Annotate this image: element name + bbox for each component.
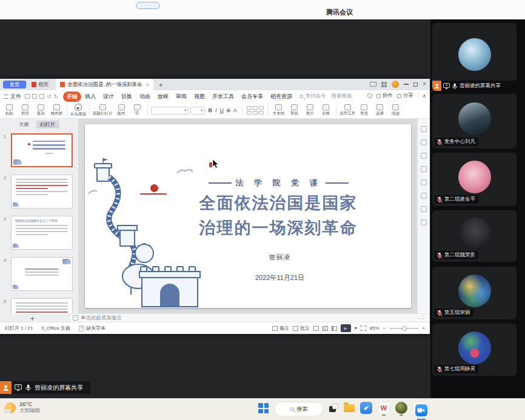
underline-button[interactable]: U	[220, 107, 224, 113]
command-search[interactable]: 查找命令、搜索模板	[299, 93, 352, 100]
zoom-slider-knob[interactable]	[402, 326, 407, 331]
new-slide-button[interactable]: 新建幻灯片	[93, 104, 113, 116]
collapse-ribbon-icon[interactable]: ∧	[423, 93, 426, 99]
menu-transition[interactable]: 切换	[118, 92, 136, 102]
cut-button[interactable]: 剪切	[18, 104, 32, 116]
participant-tile[interactable]: 第七组周静灵	[432, 324, 517, 376]
font-warning[interactable]: T 缺失字体	[79, 325, 105, 332]
shape-button[interactable]: 形状	[287, 104, 301, 116]
apps-grid-icon[interactable]	[381, 82, 387, 87]
picture-button[interactable]: 图片	[303, 104, 317, 116]
presentation-tools-button[interactable]: 演示工具	[339, 104, 355, 116]
textbox-button[interactable]: 文本框	[272, 104, 286, 116]
wps-office-button[interactable]: W	[378, 401, 390, 416]
zoom-slider[interactable]	[389, 328, 418, 329]
wps-docer-tab[interactable]: 稻壳	[32, 81, 48, 88]
bold-button[interactable]: B	[209, 107, 213, 113]
participant-tile[interactable]: 曾丽凌的屏幕共享	[432, 23, 517, 91]
green-app-button[interactable]	[395, 401, 407, 416]
slide-sorter-view-icon[interactable]	[323, 326, 328, 331]
more-options-icon[interactable]: ···	[418, 315, 425, 321]
layout-button[interactable]: 版式	[115, 104, 129, 116]
section-button[interactable]: 节	[130, 104, 144, 116]
account-avatar[interactable]	[392, 81, 399, 88]
menu-insert[interactable]: 插入	[81, 92, 99, 102]
animation-pane-icon[interactable]	[421, 139, 427, 145]
menu-animation[interactable]: 动画	[136, 92, 154, 102]
taskbar-search[interactable]: 搜索	[274, 401, 324, 418]
properties-icon[interactable]	[421, 126, 427, 132]
zoom-percentage[interactable]: 85%	[370, 325, 380, 331]
font-color-button[interactable]: A	[233, 107, 237, 113]
media-pane-icon[interactable]	[421, 179, 427, 185]
design-pane-icon[interactable]	[421, 153, 427, 159]
copy-button[interactable]: 复制	[34, 104, 48, 116]
save-icon[interactable]	[25, 94, 30, 99]
collab-button[interactable]: 协作	[376, 92, 393, 99]
play-slideshow-button[interactable]: ▶	[341, 324, 351, 332]
find-button[interactable]: 查找	[357, 104, 371, 116]
menu-slideshow[interactable]: 放映	[154, 92, 172, 102]
menu-devtools[interactable]: 开发工具	[209, 92, 238, 102]
theme-name[interactable]: 3_Office 主题	[41, 325, 70, 332]
meeting-toolbar-pill[interactable]	[136, 2, 160, 9]
zoom-in-button[interactable]: +	[422, 325, 425, 331]
slide-thumbnail-5[interactable]	[11, 298, 73, 313]
wps-home-tab[interactable]: 首页	[3, 81, 26, 88]
slide-thumbnail-1[interactable]	[11, 133, 73, 167]
strikethrough-button[interactable]: S	[227, 107, 230, 113]
zoom-out-button[interactable]: −	[383, 325, 386, 331]
play-from-start-button[interactable]: ▶从头播放	[70, 104, 86, 117]
menu-design[interactable]: 设计	[99, 92, 118, 102]
comment-pane-icon[interactable]	[421, 193, 427, 199]
reading-view-icon[interactable]	[332, 326, 337, 331]
menu-view[interactable]: 视图	[190, 92, 209, 102]
transition-pane-icon[interactable]	[421, 166, 427, 172]
layout-switch-icon[interactable]	[370, 82, 376, 87]
italic-button[interactable]: I	[215, 107, 217, 113]
settings-pane-icon[interactable]	[421, 219, 427, 225]
undo-icon[interactable]: ↺	[47, 93, 52, 99]
template-pane-icon[interactable]	[421, 206, 427, 212]
participant-tile[interactable]: 第五组宋丽	[432, 267, 517, 319]
export-icon[interactable]	[39, 94, 44, 99]
print-icon[interactable]	[32, 94, 37, 99]
select-button[interactable]: 选择	[373, 104, 387, 116]
current-slide[interactable]: 法 学 院 党 课 全面依法治国是国家 治理的一场深刻革命 曾丽凌 2022年1…	[85, 124, 411, 308]
file-explorer-button[interactable]	[344, 401, 355, 414]
menu-docer-resources[interactable]: 稻壳资源	[267, 92, 296, 102]
cloud-sync-icon[interactable]	[367, 93, 372, 98]
participant-tile[interactable]: 第二组魏荣贵	[432, 210, 517, 262]
participant-tile[interactable]: 第二组凌金平	[432, 153, 517, 206]
font-family-select[interactable]: ▾	[151, 107, 189, 115]
file-menu[interactable]: 文件	[4, 93, 21, 101]
fit-window-icon[interactable]	[361, 325, 366, 331]
tab-outline[interactable]: 大纲	[19, 121, 29, 128]
comments-toggle[interactable]: 批注	[293, 325, 310, 332]
tencent-meeting-button[interactable]	[413, 401, 429, 420]
tab-slides[interactable]: 幻灯片	[36, 121, 59, 128]
menu-member[interactable]: 会员专享	[238, 92, 267, 102]
close-button[interactable]: ×	[423, 81, 426, 87]
menu-home[interactable]: 开始	[63, 92, 81, 102]
maximize-button[interactable]	[413, 82, 418, 87]
minimize-button[interactable]	[404, 84, 409, 85]
slide-thumbnail-4[interactable]	[11, 257, 73, 291]
play-options-caret[interactable]: ▾	[355, 325, 357, 331]
format-painter-button[interactable]: 格式刷	[50, 104, 64, 116]
weather-widget[interactable]: 26°C 大部晴朗	[5, 401, 40, 415]
task-view-button[interactable]	[329, 401, 338, 414]
menu-review[interactable]: 审阅	[172, 92, 190, 102]
table-button[interactable]: 表格	[319, 104, 333, 116]
participant-tile[interactable]: 党务中心刘凡	[432, 94, 517, 148]
list-buttons-group[interactable]	[247, 106, 264, 115]
messenger-app-button[interactable]	[360, 401, 372, 416]
notes-toggle[interactable]: 备注	[272, 325, 289, 332]
start-button[interactable]	[258, 401, 269, 415]
share-button[interactable]: 分享	[397, 92, 413, 99]
normal-view-icon[interactable]	[313, 326, 319, 331]
font-size-select[interactable]: ▾	[190, 107, 205, 115]
notes-bar[interactable]: 单击此处添加备注 ···	[70, 313, 430, 322]
slide-thumbnail-2[interactable]	[11, 175, 73, 208]
wps-document-tab[interactable]: 全面依法治国是..的一场深刻革命 ×	[56, 79, 153, 90]
